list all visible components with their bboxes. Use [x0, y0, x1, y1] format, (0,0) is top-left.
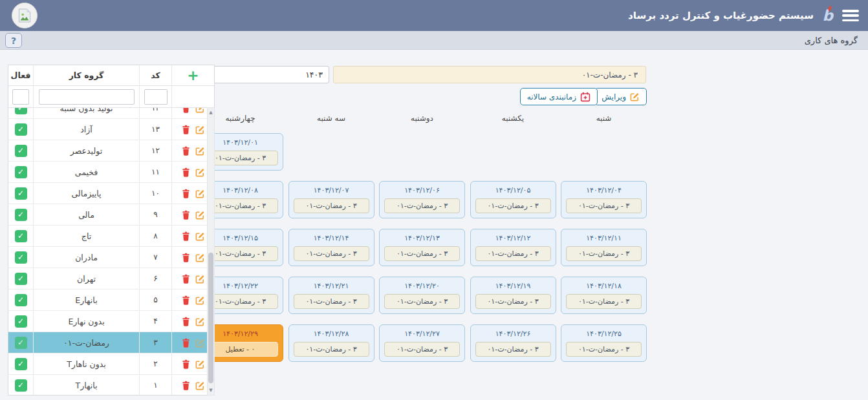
day-group-chip[interactable]: ۳ - رمضان-ت-۰۱ [475, 342, 551, 357]
day-group-chip[interactable]: ۳ - رمضان-ت-۰۱ [566, 246, 642, 261]
table-row[interactable]: ۸ تاج ✓ [8, 226, 214, 247]
edit-button[interactable]: ویرایش [594, 88, 647, 105]
calendar-day-cell[interactable]: ۱۴۰۳/۱۲/۱۳۳ - رمضان-ت-۰۱ [379, 229, 465, 266]
table-row[interactable]: ۵ بانهارE ✓ [8, 289, 214, 311]
day-group-chip[interactable]: ۳ - رمضان-ت-۰۱ [384, 198, 460, 213]
table-row[interactable]: ۱۰ پاییزمالی ✓ [8, 183, 214, 204]
active-checkbox[interactable]: ✓ [15, 294, 27, 306]
active-checkbox[interactable]: ✓ [15, 379, 27, 392]
calendar-day-cell[interactable]: ۱۴۰۳/۱۲/۲۶۳ - رمضان-ت-۰۱ [470, 324, 556, 362]
avatar[interactable] [12, 3, 38, 28]
add-group-button[interactable]: + [187, 69, 199, 82]
day-group-chip[interactable]: ۳ - رمضان-ت-۰۱ [294, 342, 369, 357]
day-group-chip[interactable]: ۳ - رمضان-ت-۰۱ [566, 342, 642, 357]
active-checkbox[interactable]: ✓ [15, 273, 27, 285]
calendar-day-cell[interactable]: ۱۴۰۳/۱۲/۰۵۳ - رمضان-ت-۰۱ [470, 181, 556, 218]
selected-group-input[interactable] [333, 66, 646, 83]
delete-group-icon[interactable] [182, 317, 190, 326]
table-row[interactable]: ۹ مالی ✓ [8, 204, 214, 226]
table-row[interactable]: ۱۴ تولید بدون شنبه ✓ [8, 108, 214, 119]
day-group-chip[interactable]: ۳ - رمضان-ت-۰۱ [566, 294, 642, 309]
delete-group-icon[interactable] [182, 108, 190, 113]
day-group-chip[interactable]: ۳ - رمضان-ت-۰۱ [475, 198, 551, 213]
delete-group-icon[interactable] [182, 146, 190, 156]
edit-group-icon[interactable] [195, 231, 205, 241]
active-checkbox[interactable]: ✓ [15, 315, 27, 328]
delete-group-icon[interactable] [182, 338, 190, 348]
calendar-day-cell[interactable]: ۱۴۰۳/۱۲/۱۸۳ - رمضان-ت-۰۱ [561, 277, 647, 314]
code-filter-input[interactable] [144, 89, 168, 105]
delete-group-icon[interactable] [182, 189, 190, 198]
day-group-chip[interactable]: ۳ - رمضان-ت-۰۱ [384, 246, 460, 261]
active-checkbox[interactable]: ✓ [15, 166, 27, 178]
edit-group-icon[interactable] [195, 359, 205, 369]
table-row[interactable]: ۴ بدون نهارE ✓ [8, 311, 214, 332]
calendar-day-cell[interactable]: ۱۴۰۳/۱۲/۱۲۳ - رمضان-ت-۰۱ [470, 229, 556, 266]
delete-group-icon[interactable] [182, 359, 190, 369]
day-group-chip[interactable]: ۳ - رمضان-ت-۰۱ [475, 294, 551, 309]
edit-group-icon[interactable] [195, 253, 205, 262]
table-row[interactable]: ۱۱ فخیمی ✓ [8, 162, 214, 183]
table-row[interactable]: ۲ بدون ناهارT ✓ [8, 353, 214, 375]
delete-group-icon[interactable] [182, 210, 190, 220]
active-checkbox[interactable]: ✓ [15, 145, 27, 157]
active-filter-input[interactable] [12, 89, 29, 105]
active-checkbox[interactable]: ✓ [15, 251, 27, 264]
calendar-day-cell[interactable]: ۱۴۰۳/۱۲/۲۵۳ - رمضان-ت-۰۱ [561, 324, 647, 362]
calendar-day-cell[interactable]: ۱۴۰۳/۱۲/۱۴۳ - رمضان-ت-۰۱ [288, 229, 374, 266]
day-group-chip[interactable]: ۳ - رمضان-ت-۰۱ [294, 246, 369, 261]
day-group-chip[interactable]: ۳ - رمضان-ت-۰۱ [384, 294, 460, 309]
edit-group-icon[interactable] [195, 317, 205, 326]
column-header-group[interactable]: گروه کار [33, 65, 139, 85]
active-checkbox[interactable]: ✓ [15, 123, 27, 136]
edit-group-icon[interactable] [195, 338, 205, 348]
calendar-day-cell[interactable]: ۱۴۰۳/۱۲/۲۰۳ - رمضان-ت-۰۱ [379, 277, 465, 314]
table-row[interactable]: ۱۲ تولیدعصر ✓ [8, 140, 214, 162]
calendar-day-cell[interactable]: ۱۴۰۳/۱۲/۲۱۳ - رمضان-ت-۰۱ [288, 277, 374, 314]
scroll-down-icon[interactable]: ▼ [208, 388, 214, 393]
table-row[interactable]: ۱ بانهارT ✓ [8, 375, 214, 395]
calendar-day-cell[interactable]: ۱۴۰۳/۱۲/۱۹۳ - رمضان-ت-۰۱ [470, 277, 556, 314]
calendar-day-cell[interactable]: ۱۴۰۳/۱۲/۲۸۳ - رمضان-ت-۰۱ [288, 324, 374, 362]
day-group-chip[interactable]: ۳ - رمضان-ت-۰۱ [384, 342, 460, 357]
edit-group-icon[interactable] [195, 189, 205, 198]
active-checkbox[interactable]: ✓ [15, 358, 27, 370]
delete-group-icon[interactable] [182, 274, 190, 284]
active-checkbox[interactable]: ✓ [15, 337, 27, 349]
edit-group-icon[interactable] [195, 167, 205, 177]
table-row[interactable]: ۱۳ آزاد ✓ [8, 119, 214, 140]
calendar-day-cell[interactable]: ۱۴۰۳/۱۲/۲۷۳ - رمضان-ت-۰۱ [379, 324, 465, 362]
group-filter-input[interactable] [39, 89, 135, 105]
active-checkbox[interactable]: ✓ [15, 209, 27, 221]
delete-group-icon[interactable] [182, 295, 190, 305]
table-row[interactable]: ۶ تهران ✓ [8, 268, 214, 289]
calendar-day-cell[interactable]: ۱۴۰۳/۱۲/۰۴۳ - رمضان-ت-۰۱ [561, 181, 647, 218]
edit-group-icon[interactable] [195, 381, 205, 390]
column-header-active[interactable]: فعال [8, 65, 33, 85]
active-checkbox[interactable]: ✓ [15, 108, 27, 114]
edit-group-icon[interactable] [195, 146, 205, 156]
day-group-chip[interactable]: ۳ - رمضان-ت-۰۱ [566, 198, 642, 213]
calendar-day-cell[interactable]: ۱۴۰۳/۱۲/۰۶۳ - رمضان-ت-۰۱ [379, 181, 465, 218]
scrollbar-thumb[interactable] [208, 253, 213, 383]
active-checkbox[interactable]: ✓ [15, 230, 27, 242]
delete-group-icon[interactable] [182, 125, 190, 134]
edit-group-icon[interactable] [195, 108, 205, 113]
edit-group-icon[interactable] [195, 274, 205, 284]
help-button[interactable]: ? [5, 33, 22, 48]
day-group-chip[interactable]: ۳ - رمضان-ت-۰۱ [294, 294, 369, 309]
annual-schedule-button[interactable]: زمانبندی سالانه [520, 88, 598, 105]
calendar-day-cell[interactable]: ۱۴۰۳/۱۲/۱۱۳ - رمضان-ت-۰۱ [561, 229, 647, 266]
edit-group-icon[interactable] [195, 125, 205, 134]
day-group-chip[interactable]: ۳ - رمضان-ت-۰۱ [294, 198, 369, 213]
delete-group-icon[interactable] [182, 231, 190, 241]
table-row[interactable]: ۳ رمضان-ت-۰۱ ✓ [8, 332, 214, 353]
calendar-day-cell[interactable]: ۱۴۰۳/۱۲/۰۷۳ - رمضان-ت-۰۱ [288, 181, 374, 218]
edit-group-icon[interactable] [195, 295, 205, 305]
active-checkbox[interactable]: ✓ [15, 187, 27, 200]
column-header-code[interactable]: کد [139, 65, 171, 85]
table-scrollbar[interactable]: ▲ ▼ [207, 107, 215, 395]
delete-group-icon[interactable] [182, 381, 190, 390]
day-group-chip[interactable]: ۳ - رمضان-ت-۰۱ [475, 246, 551, 261]
delete-group-icon[interactable] [182, 167, 190, 177]
